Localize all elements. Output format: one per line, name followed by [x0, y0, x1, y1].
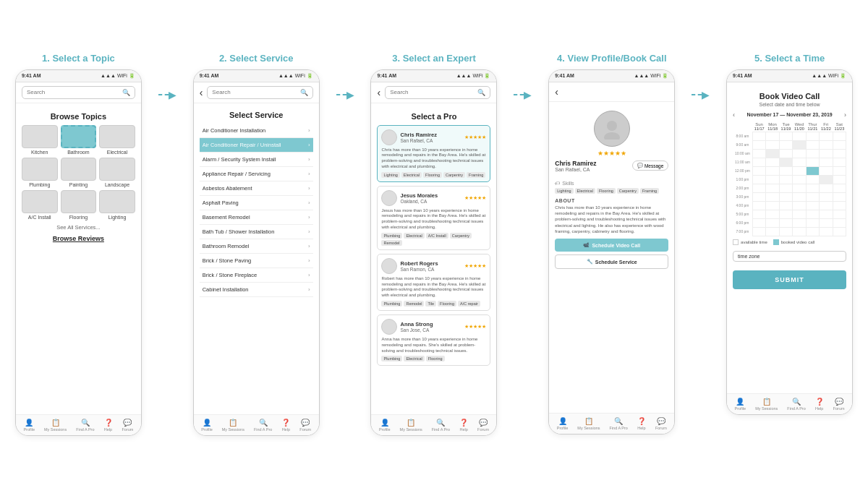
- cal-cell[interactable]: [793, 227, 806, 236]
- footer-help-5[interactable]: ❓ Help: [815, 398, 824, 411]
- footer-profile-3[interactable]: 👤 Profile: [379, 419, 391, 432]
- cal-cell[interactable]: [833, 175, 846, 184]
- cal-cell[interactable]: [833, 166, 846, 175]
- cal-cell[interactable]: [820, 210, 833, 218]
- search-bar-1[interactable]: 🔍: [22, 86, 135, 99]
- cal-cell[interactable]: [779, 149, 792, 158]
- cal-cell[interactable]: [793, 132, 806, 140]
- cal-cell[interactable]: [793, 184, 806, 192]
- cal-cell[interactable]: [793, 201, 806, 210]
- footer-profile-5[interactable]: 👤 Profile: [735, 398, 746, 411]
- prev-week-arrow[interactable]: ‹: [733, 111, 735, 119]
- cal-cell[interactable]: [766, 184, 779, 192]
- cal-cell[interactable]: [806, 166, 819, 175]
- cal-cell[interactable]: [752, 192, 765, 201]
- cal-cell[interactable]: [766, 218, 779, 227]
- cal-cell[interactable]: [793, 175, 806, 184]
- search-bar-2[interactable]: 🔍: [207, 86, 312, 99]
- service-item-9[interactable]: Brick / Stone Paving ›: [200, 254, 313, 268]
- back-arrow-4[interactable]: ‹: [555, 86, 558, 98]
- footer-forum-4[interactable]: 💬 Forum: [655, 417, 667, 430]
- cal-cell[interactable]: [833, 132, 846, 140]
- service-item-8[interactable]: Bathroom Remodel ›: [200, 239, 313, 254]
- browse-reviews-link[interactable]: Browse Reviews: [22, 235, 135, 242]
- footer-sessions-3[interactable]: 📋 My Sessions: [400, 419, 422, 432]
- cal-cell[interactable]: [766, 140, 779, 149]
- cal-cell[interactable]: [779, 166, 792, 175]
- cal-cell[interactable]: [806, 132, 819, 140]
- cal-cell[interactable]: [793, 192, 806, 201]
- cal-cell[interactable]: [779, 184, 792, 192]
- cal-cell[interactable]: [820, 184, 833, 192]
- service-item-3[interactable]: Appliance Repair / Servicing ›: [200, 167, 313, 181]
- expert-card-2[interactable]: Robert Rogers San Ramon, CA ★★★★★ Robert…: [377, 254, 490, 311]
- cal-cell[interactable]: [793, 158, 806, 166]
- footer-sessions-2[interactable]: 📋 My Sessions: [222, 419, 244, 432]
- cal-cell[interactable]: [833, 201, 846, 210]
- topic-bathroom[interactable]: Bathroom: [61, 125, 97, 155]
- topic-ac[interactable]: A/C Install: [22, 190, 58, 220]
- footer-forum-5[interactable]: 💬 Forum: [833, 398, 845, 411]
- footer-help-2[interactable]: ❓ Help: [281, 419, 290, 432]
- search-input-3[interactable]: [390, 89, 477, 95]
- cal-cell[interactable]: [752, 140, 765, 149]
- cal-cell[interactable]: [806, 201, 819, 210]
- topic-kitchen[interactable]: Kitchen: [22, 125, 58, 155]
- footer-forum-2[interactable]: 💬 Forum: [299, 419, 311, 432]
- cal-cell[interactable]: [793, 166, 806, 175]
- cal-cell[interactable]: [766, 158, 779, 166]
- cal-cell[interactable]: [752, 149, 765, 158]
- cal-cell[interactable]: [833, 149, 846, 158]
- footer-findpro-5[interactable]: 🔍 Find A Pro: [787, 398, 805, 411]
- cal-cell[interactable]: [820, 158, 833, 166]
- cal-cell[interactable]: [820, 175, 833, 184]
- topic-plumbing[interactable]: Plumbing: [22, 158, 58, 187]
- footer-forum-1[interactable]: 💬 Forum: [122, 419, 133, 432]
- message-button[interactable]: 💬 Message: [632, 160, 668, 171]
- cal-cell[interactable]: [833, 158, 846, 166]
- cal-cell[interactable]: [779, 218, 792, 227]
- cal-cell[interactable]: [820, 218, 833, 227]
- footer-findpro-4[interactable]: 🔍 Find A Pro: [610, 417, 628, 430]
- service-item-6[interactable]: Basement Remodel ›: [200, 210, 313, 225]
- cal-cell[interactable]: [806, 175, 819, 184]
- search-bar-3[interactable]: 🔍: [385, 86, 490, 99]
- cal-cell[interactable]: [779, 192, 792, 201]
- cal-cell[interactable]: [833, 140, 846, 149]
- cal-cell[interactable]: [820, 192, 833, 201]
- schedule-service-button[interactable]: 🔧 Schedule Service: [555, 254, 668, 269]
- topic-flooring[interactable]: Flooring: [61, 190, 97, 220]
- cal-cell[interactable]: [833, 227, 846, 236]
- topic-landscape[interactable]: Landscape: [99, 158, 135, 187]
- cal-cell[interactable]: [806, 218, 819, 227]
- submit-button[interactable]: SUBMIT: [733, 270, 846, 289]
- cal-cell[interactable]: [820, 149, 833, 158]
- cal-cell[interactable]: [833, 218, 846, 227]
- footer-sessions-1[interactable]: 📋 My Sessions: [44, 419, 67, 432]
- footer-sessions-5[interactable]: 📋 My Sessions: [755, 398, 778, 411]
- service-item-11[interactable]: Cabinet Installation ›: [200, 283, 313, 297]
- cal-cell[interactable]: [793, 210, 806, 218]
- cal-cell[interactable]: [779, 227, 792, 236]
- cal-cell[interactable]: [752, 158, 765, 166]
- expert-card-0[interactable]: Chris Ramirez San Rafael, CA ★★★★★ Chris…: [377, 125, 490, 182]
- cal-cell[interactable]: [806, 192, 819, 201]
- cal-cell[interactable]: [820, 140, 833, 149]
- cal-cell[interactable]: [820, 166, 833, 175]
- footer-help-3[interactable]: ❓ Help: [459, 419, 468, 432]
- cal-cell[interactable]: [793, 149, 806, 158]
- search-input-1[interactable]: [27, 89, 122, 95]
- service-item-10[interactable]: Brick / Stone Fireplace ›: [200, 268, 313, 283]
- service-item-7[interactable]: Bath Tub / Shower Installation ›: [200, 225, 313, 239]
- cal-cell[interactable]: [766, 132, 779, 140]
- cal-cell[interactable]: [766, 149, 779, 158]
- timezone-select[interactable]: time zone: [733, 251, 846, 262]
- cal-cell[interactable]: [806, 227, 819, 236]
- see-all-link[interactable]: See All Services...: [22, 224, 135, 231]
- cal-cell[interactable]: [752, 132, 765, 140]
- topic-painting[interactable]: Painting: [61, 158, 97, 187]
- service-item-1[interactable]: Air Conditioner Repair / Uninstall ›: [200, 138, 313, 153]
- cal-cell[interactable]: [752, 201, 765, 210]
- footer-profile-1[interactable]: 👤 Profile: [23, 419, 35, 432]
- topic-electrical[interactable]: Electrical: [99, 125, 135, 155]
